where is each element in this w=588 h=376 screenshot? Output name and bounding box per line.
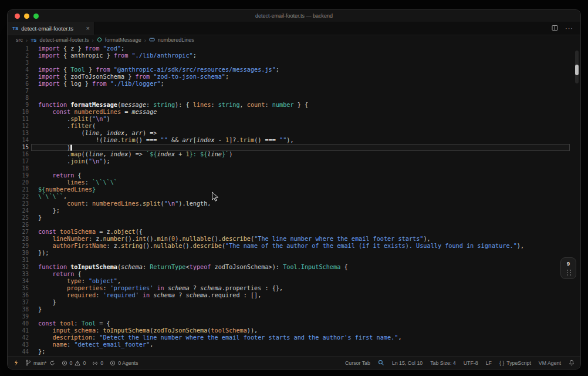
code-line[interactable]: 4import { Tool } from "@anthropic-ai/sdk…: [8, 66, 580, 73]
code-line[interactable]: 38}: [8, 306, 580, 313]
code-line[interactable]: 26: [8, 221, 580, 229]
cursor-tab-toggle[interactable]: Cursor Tab: [345, 360, 370, 366]
cursor-position[interactable]: Ln 15, Col 10: [392, 360, 423, 366]
minimize-window-button[interactable]: [24, 14, 29, 19]
code-line-content[interactable]: function toInputSchema(schema: ReturnTyp…: [31, 264, 570, 271]
code-line[interactable]: 42 description: "Detect the line number …: [8, 334, 580, 341]
breadcrumb-method[interactable]: formatMessage: [105, 37, 141, 43]
code-line[interactable]: 27const toolSchema = z.object({: [8, 229, 580, 236]
code-line-content[interactable]: ${numberedLines}: [31, 186, 570, 193]
code-line-content[interactable]: import { z } from "zod";: [31, 45, 570, 52]
code-line-content[interactable]: import { zodToJsonSchema } from "zod-to-…: [31, 73, 570, 80]
vm-agent-indicator[interactable]: VM Agent: [539, 360, 561, 366]
code-line-content[interactable]: ): [31, 144, 570, 151]
code-line[interactable]: 41 input_schema: toInputSchema(zodToJson…: [8, 327, 580, 334]
code-line[interactable]: 40const tool: Tool = {: [8, 320, 580, 327]
code-line-content[interactable]: description: "Detect the line number whe…: [31, 334, 570, 341]
code-line[interactable]: 11 .split("\n"): [8, 116, 580, 123]
code-line[interactable]: 39: [8, 313, 580, 320]
code-line-content[interactable]: input_schema: toInputSchema(zodToJsonSch…: [31, 327, 570, 334]
code-line-content[interactable]: .split("\n"): [31, 116, 570, 123]
code-line-content[interactable]: name: "detect_email_footer",: [31, 341, 570, 348]
code-line-content[interactable]: authorFirstName: z.string().nullable().d…: [31, 243, 570, 250]
code-line[interactable]: 29 authorFirstName: z.string().nullable(…: [8, 243, 580, 250]
code-line[interactable]: 21${numberedLines}: [8, 186, 580, 193]
code-line[interactable]: 28 lineNumber: z.number().int().min(0).n…: [8, 236, 580, 243]
code-line[interactable]: 22\`\`\``,: [8, 193, 580, 200]
code-line-content[interactable]: count: numberedLines.split("\n").length,: [31, 200, 570, 207]
code-line-content[interactable]: [31, 221, 570, 229]
code-line-content[interactable]: const toolSchema = z.object({: [31, 229, 570, 236]
problems-indicator[interactable]: 0 0: [62, 360, 86, 366]
code-line-content[interactable]: .join("\n");: [31, 158, 570, 165]
code-line[interactable]: 19 return {: [8, 172, 580, 179]
code-line-content[interactable]: };: [31, 348, 570, 355]
search-icon[interactable]: [378, 360, 384, 366]
code-editor[interactable]: 1import { z } from "zod";2import { anthr…: [8, 45, 580, 356]
code-line[interactable]: 10 const numberedLines = message: [8, 109, 580, 116]
code-line-content[interactable]: });: [31, 250, 570, 257]
code-line-content[interactable]: [31, 165, 570, 172]
broadcast-indicator[interactable]: 0: [92, 360, 103, 366]
code-line[interactable]: 15 ): [8, 144, 580, 151]
code-line-content[interactable]: [31, 257, 570, 264]
code-line[interactable]: 7: [8, 88, 580, 95]
code-line[interactable]: 17 .join("\n");: [8, 158, 580, 165]
bell-icon[interactable]: [569, 360, 575, 366]
code-area[interactable]: 1import { z } from "zod";2import { anthr…: [8, 45, 580, 355]
code-line-content[interactable]: }: [31, 299, 570, 306]
code-line-content[interactable]: [31, 95, 570, 102]
code-line-content[interactable]: import { Tool } from "@anthropic-ai/sdk/…: [31, 66, 570, 73]
code-line[interactable]: 6import { log } from "./lib/logger";: [8, 80, 580, 88]
code-line-content[interactable]: properties: 'properties' in schema ? sch…: [31, 285, 570, 292]
code-line[interactable]: 36 required: 'required' in schema ? sche…: [8, 292, 580, 299]
remote-indicator[interactable]: [13, 360, 19, 366]
encoding-indicator[interactable]: UTF-8: [464, 360, 478, 366]
code-line[interactable]: 24 };: [8, 207, 580, 214]
code-line-content[interactable]: const numberedLines = message: [31, 109, 570, 116]
close-window-button[interactable]: [15, 14, 20, 19]
code-line[interactable]: 32function toInputSchema(schema: ReturnT…: [8, 264, 580, 271]
code-line-content[interactable]: lineNumber: z.number().int().min(0).null…: [31, 236, 570, 243]
breadcrumb-file[interactable]: detect-email-footer.ts: [39, 37, 89, 43]
code-line[interactable]: 25}: [8, 214, 580, 221]
code-line[interactable]: 43 name: "detect_email_footer",: [8, 341, 580, 348]
language-indicator[interactable]: { } TypeScript: [499, 360, 531, 366]
code-line[interactable]: 5import { zodToJsonSchema } from "zod-to…: [8, 73, 580, 80]
git-branch-indicator[interactable]: main*: [25, 360, 55, 366]
code-line-content[interactable]: .map((line, index) => `${index + 1}: ${l…: [31, 151, 570, 158]
code-line[interactable]: 31: [8, 257, 580, 264]
code-line-content[interactable]: [31, 88, 570, 95]
code-line-content[interactable]: }: [31, 306, 570, 313]
split-editor-icon[interactable]: [552, 23, 558, 33]
code-line[interactable]: 44};: [8, 348, 580, 355]
code-line-content[interactable]: const tool: Tool = {: [31, 320, 570, 327]
tab-size-indicator[interactable]: Tab Size: 4: [430, 360, 456, 366]
code-line[interactable]: 8: [8, 95, 580, 102]
tab-detect-email-footer[interactable]: TS detect-email-footer.ts ×: [8, 22, 95, 35]
code-line[interactable]: 14 !(line.trim() === "" && arr[index - 1…: [8, 137, 580, 144]
code-line-content[interactable]: (line, index, arr) =>: [31, 130, 570, 137]
floating-widget[interactable]: 9: [560, 257, 576, 279]
breadcrumb-variable[interactable]: numberedLines: [158, 37, 194, 43]
breadcrumb-src[interactable]: src: [16, 37, 23, 43]
code-line-content[interactable]: import { anthropic } from "./lib/anthrop…: [31, 52, 570, 59]
code-line-content[interactable]: };: [31, 207, 570, 214]
code-line-content[interactable]: return {: [31, 271, 570, 278]
code-line[interactable]: 3: [8, 59, 580, 66]
code-line[interactable]: 37 }: [8, 299, 580, 306]
code-line[interactable]: 9function formatMessage(message: string)…: [8, 102, 580, 109]
agents-indicator[interactable]: 0 Agents: [110, 360, 138, 366]
code-line-content[interactable]: }: [31, 214, 570, 221]
code-line-content[interactable]: [31, 313, 570, 320]
code-line-content[interactable]: function formatMessage(message: string):…: [31, 102, 570, 109]
code-line-content[interactable]: type: "object",: [31, 278, 570, 285]
code-line-content[interactable]: .filter(: [31, 123, 570, 130]
code-line[interactable]: 16 .map((line, index) => `${index + 1}: …: [8, 151, 580, 158]
zoom-window-button[interactable]: [33, 14, 39, 19]
scrollbar-thumb[interactable]: [575, 65, 579, 75]
code-line[interactable]: 1import { z } from "zod";: [8, 45, 580, 52]
widget-badge[interactable]: 9: [567, 261, 570, 267]
code-line[interactable]: 18: [8, 165, 580, 172]
code-line[interactable]: 2import { anthropic } from "./lib/anthro…: [8, 52, 580, 59]
